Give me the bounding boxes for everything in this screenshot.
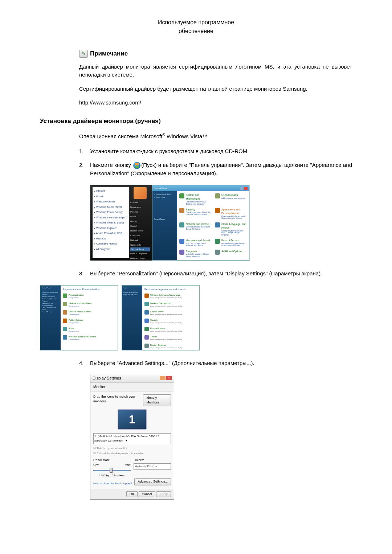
pencil-note-icon: ✎ — [79, 50, 88, 58]
ds-titlebar: Display Settings × — [90, 374, 174, 383]
section-title: Установка драйвера монитора (ручная) — [40, 116, 352, 126]
appearance-item[interactable]: PersonalizationChange settings — [63, 294, 115, 299]
page-footer-rule — [40, 518, 352, 518]
start-menu-item[interactable]: Music — [130, 214, 150, 219]
start-menu-item[interactable]: ▸ Command Prompt — [94, 241, 127, 247]
cp-sidebar: • Control Panel Home • Classic View Rece… — [152, 191, 177, 260]
os-line: Операционная система Microsoft® Windows … — [79, 132, 352, 141]
start-menu-item[interactable]: ▸ E-mail — [94, 194, 127, 200]
best-display-link[interactable]: How do I get the best display? — [93, 481, 132, 486]
advanced-settings-button[interactable]: Advanced Settings... — [134, 478, 171, 485]
personalization-main: Personalize appearance and sounds Window… — [142, 286, 199, 350]
monitor-select[interactable]: 1. (Multiple Monitors) on NVIDIA GeForce… — [93, 433, 171, 444]
steps-list: 1. Установите компакт-диск с руководство… — [79, 147, 352, 178]
personalization-item[interactable]: Desktop BackgroundAdjust settings relate… — [144, 302, 197, 307]
step-1-num: 1. — [79, 147, 90, 156]
personalization-item[interactable]: Window Color and AppearanceAdjust settin… — [144, 294, 197, 299]
step-3: 3. Выберите "Personalization" (Персонали… — [79, 270, 352, 278]
start-menu-item[interactable]: ▸ All Programs — [94, 247, 127, 252]
appearance-item[interactable]: Taskbar and Start MenuChange settings — [63, 302, 115, 307]
ds-tab[interactable]: Monitor — [90, 383, 174, 391]
appearance-item[interactable]: Windows Sidebar PropertiesChange setting… — [63, 335, 115, 341]
ds-window-controls[interactable]: × — [160, 376, 172, 380]
cp-category[interactable]: Additional Options — [215, 250, 247, 258]
colors-label: Colors: — [134, 458, 171, 463]
apply-button[interactable]: Apply — [156, 491, 171, 497]
cp-category[interactable]: Network and InternetView network status … — [179, 222, 211, 237]
res-low: Low — [93, 463, 99, 467]
resolution-block: Resolution: Low High 1280 by 1024 pixels — [93, 458, 131, 478]
screenshot-display-settings: Display Settings × Monitor Drag the icon… — [90, 374, 174, 500]
cp-category[interactable]: Clock, Language, and RegionChange keyboa… — [215, 222, 247, 237]
appearance-window: Control Panel System and Maintenance Sec… — [40, 285, 118, 350]
main-monitor-checkbox[interactable]: ☑ This is my main monitor — [93, 446, 171, 451]
personalization-item[interactable]: Mouse PointersAdjust settings related to… — [144, 327, 197, 332]
os-mid: Windows Vista™ — [165, 133, 208, 139]
step-4-text: Выберите "Advanced Settings..." (Дополни… — [90, 359, 352, 368]
cp-category[interactable]: Appearance and PersonalizationChange des… — [215, 208, 247, 220]
start-menu-item[interactable]: Recent Items — [130, 229, 150, 233]
cp-category[interactable]: Hardware and SoundPlay CDs or other medi… — [179, 239, 211, 247]
personalization-item[interactable]: SoundsAdjust settings related to this it… — [144, 319, 197, 324]
note-url: http://www.samsung.com/ — [79, 99, 352, 107]
colors-select[interactable]: Highest (32 bit) ▾ — [134, 463, 171, 470]
start-menu-item[interactable]: ▸ Internet — [94, 189, 127, 194]
cp-category[interactable]: System and MaintenanceGet started with W… — [179, 193, 211, 206]
step-2-text: Нажмите кнопку (Пуск) и выберите "Панель… — [90, 161, 352, 177]
start-menu-item[interactable]: ▸ Adobe Photoshop CS2 — [94, 231, 127, 236]
cp-category[interactable]: SecurityCheck for updates · Check this c… — [179, 208, 211, 220]
start-menu-item[interactable]: Games — [130, 219, 150, 224]
start-menu-item[interactable]: Computer — [130, 233, 150, 238]
page-header: Используемое программное обеспечение — [40, 18, 352, 38]
start-menu-item[interactable]: ▸ Windows Media Player — [94, 205, 127, 210]
colors-block: Colors: Highest (32 bit) ▾ — [134, 458, 171, 478]
personalization-title: Personalize appearance and sounds — [144, 288, 197, 292]
resolution-slider[interactable] — [93, 468, 131, 473]
appearance-item[interactable]: FontsChange settings — [63, 327, 115, 332]
appearance-item[interactable]: Ease of Access CenterChange settings — [63, 310, 115, 316]
start-menu-item[interactable]: Pictures — [130, 210, 150, 214]
start-menu-item[interactable]: Help and Support — [130, 256, 150, 261]
res-high: High — [124, 463, 130, 467]
start-menu-item[interactable]: Search — [130, 224, 150, 229]
start-menu-item[interactable]: ▸ HandOn — [94, 236, 127, 242]
start-menu-item[interactable]: ▸ Windows Explorer — [94, 226, 127, 231]
start-menu-item[interactable]: ▸ Windows Meeting Space — [94, 220, 127, 226]
resolution-label: Resolution: — [93, 458, 131, 463]
note-para2: Сертифицированный драйвер будет размещен… — [79, 85, 352, 93]
identify-monitors-button[interactable]: Identify Monitors — [143, 394, 171, 406]
start-menu-item[interactable]: Documents — [130, 205, 150, 210]
start-menu-item[interactable]: Network — [130, 238, 150, 243]
ds-body: Drag the icons to match your monitors. I… — [90, 391, 174, 489]
start-menu-item[interactable]: Internet — [130, 200, 150, 205]
personalization-item[interactable]: Display SettingsAdjust settings related … — [144, 344, 197, 349]
cp-category[interactable]: User AccountsAdd or remove user accounts — [215, 193, 247, 206]
personalization-sidebar: Tasks Change desktop icons Adjust font s… — [122, 286, 142, 350]
step-4: 4. Выберите "Advanced Settings..." (Допо… — [79, 359, 352, 368]
personalization-item[interactable]: ThemeAdjust settings related to this ite… — [144, 335, 197, 341]
note-heading: ✎ Примечание — [79, 49, 352, 58]
start-menu-item[interactable]: ▸ Welcome Center — [94, 199, 127, 205]
cp-category[interactable]: ProgramsUninstall a program · Change sta… — [179, 250, 211, 258]
start-menu-item[interactable]: ▸ Windows Live Messenger Download — [94, 215, 127, 221]
start-menu-item[interactable]: Connect To — [130, 243, 150, 247]
step-2-num: 2. — [79, 161, 90, 177]
appearance-main: Appearance and Personalization Personali… — [61, 286, 118, 350]
ds-options-row: Resolution: Low High 1280 by 1024 pixels… — [93, 458, 171, 478]
ok-button[interactable]: OK — [126, 491, 138, 497]
personalization-item[interactable]: Screen SaverAdjust settings related to t… — [144, 310, 197, 316]
ds-instr-row: Drag the icons to match your monitors. I… — [93, 394, 171, 406]
cp-category[interactable]: Ease of AccessLet Windows suggest settin… — [215, 239, 247, 247]
cp-categories: System and MaintenanceGet started with W… — [177, 191, 249, 260]
header-line2: обеспечение — [40, 27, 352, 36]
ds-footer: OK Cancel Apply — [90, 489, 174, 499]
monitor-preview[interactable]: 1 — [118, 409, 147, 430]
appearance-item[interactable]: Folder OptionsChange settings — [63, 319, 115, 324]
cancel-button[interactable]: Cancel — [139, 491, 155, 497]
start-menu-item[interactable]: Control Panel — [130, 247, 150, 251]
window-controls[interactable] — [240, 187, 248, 190]
extend-desktop-checkbox[interactable]: ☑ Extend the desktop onto this monitor — [93, 451, 171, 456]
cp-titlebar: Control Panel — [152, 185, 249, 191]
start-menu-item[interactable]: Default Programs — [130, 251, 150, 256]
start-menu-item[interactable]: ▸ Windows Photo Gallery — [94, 210, 127, 215]
